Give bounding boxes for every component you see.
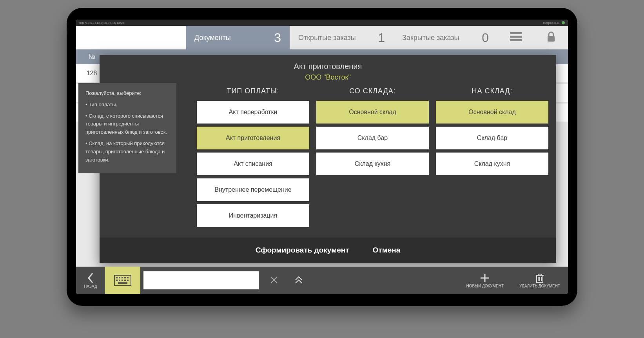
tab-label: Закрытые заказы	[402, 34, 459, 42]
from-warehouse-option[interactable]: Основной склад	[316, 101, 429, 124]
svg-rect-6	[119, 277, 120, 278]
trash-icon	[535, 273, 544, 283]
chevron-left-icon	[87, 273, 94, 283]
help-bullet: • Склад, с которого списываются товары и…	[85, 112, 169, 136]
to-warehouse-option[interactable]: Склад кухня	[436, 153, 548, 175]
svg-rect-0	[510, 32, 522, 34]
search-input[interactable]	[143, 271, 259, 289]
svg-rect-11	[119, 280, 120, 281]
col-title: НА СКЛАД:	[436, 87, 548, 95]
clear-button[interactable]	[262, 267, 286, 294]
svg-rect-13	[124, 280, 126, 281]
close-icon	[270, 276, 278, 284]
new-doc-label: НОВЫЙ ДОКУМЕНТ	[466, 284, 504, 288]
svg-rect-7	[122, 277, 123, 278]
chevrons-up-icon	[294, 275, 303, 285]
help-bullet: • Склад, на который приходуются товары, …	[85, 140, 169, 164]
to-warehouse-option[interactable]: Склад бар	[436, 127, 548, 149]
bottom-toolbar: НАЗАД НОВЫЙ ДОКУМ	[76, 267, 568, 294]
tab-count: 1	[378, 31, 385, 45]
menu-icon[interactable]	[510, 32, 522, 43]
tab-blank	[76, 26, 186, 49]
tab-label: Открытые заказы	[298, 34, 356, 42]
svg-rect-3	[548, 36, 555, 42]
screen: IKB V.3.0.1412.0 30.06.16 14:24 Петров К…	[76, 20, 568, 294]
tabs-row: Документы 3 Открытые заказы 1 Закрытые з…	[76, 26, 568, 49]
modal-company: ООО "Восток"	[100, 73, 556, 82]
payment-type-option[interactable]: Акт приготовления	[197, 127, 309, 149]
svg-rect-15	[118, 282, 127, 284]
svg-rect-2	[510, 39, 522, 41]
help-panel: Пожалуйста, выберите: • Тип оплаты. • Ск…	[78, 83, 176, 173]
modal-create-document: Акт приготовления ООО "Восток" Пожалуйст…	[100, 55, 556, 263]
topbar-user: Петров К.С.	[543, 21, 560, 25]
search-input-wrap	[140, 267, 262, 294]
back-button[interactable]: НАЗАД	[76, 267, 105, 294]
tablet-frame: IKB V.3.0.1412.0 30.06.16 14:24 Петров К…	[67, 8, 577, 306]
back-label: НАЗАД	[84, 284, 97, 289]
col-title: ТИП ОПЛАТЫ:	[197, 87, 309, 95]
payment-type-option[interactable]: Акт списания	[197, 153, 309, 175]
from-warehouse-option[interactable]: Склад бар	[316, 127, 429, 149]
col-payment-type: ТИП ОПЛАТЫ: Акт переработкиАкт приготовл…	[197, 87, 309, 234]
tab-count: 0	[482, 31, 489, 45]
svg-rect-9	[127, 277, 129, 278]
modal-title: Акт приготовления	[100, 55, 556, 73]
tab-count: 3	[274, 31, 281, 45]
lock-icon[interactable]	[547, 31, 555, 44]
status-dot-icon	[562, 21, 565, 24]
svg-rect-10	[116, 280, 118, 281]
delete-document-button[interactable]: УДАЛИТЬ ДОКУМЕНТ	[512, 267, 568, 294]
up-button[interactable]	[286, 267, 311, 294]
topbar-left: IKB V.3.0.1412.0 30.06.16 14:24	[79, 21, 124, 25]
svg-rect-1	[510, 36, 522, 38]
tab-open-orders[interactable]: Открытые заказы 1	[290, 26, 394, 49]
col-from-warehouse: СО СКЛАДА: Основной складСклад барСклад …	[316, 87, 429, 234]
svg-rect-5	[116, 277, 118, 278]
system-topbar: IKB V.3.0.1412.0 30.06.16 14:24 Петров К…	[76, 20, 568, 26]
from-warehouse-option[interactable]: Склад кухня	[316, 153, 429, 175]
help-intro: Пожалуйста, выберите:	[85, 89, 169, 98]
payment-type-option[interactable]: Акт переработки	[197, 101, 309, 124]
keyboard-icon	[114, 275, 131, 286]
tab-closed-orders[interactable]: Закрытые заказы 0	[394, 26, 497, 49]
generate-document-button[interactable]: Сформировать документ	[256, 246, 349, 254]
new-document-button[interactable]: НОВЫЙ ДОКУМЕНТ	[458, 267, 512, 294]
svg-rect-8	[124, 277, 126, 278]
payment-type-option[interactable]: Инвентаризация	[197, 204, 309, 227]
tab-documents[interactable]: Документы 3	[186, 26, 290, 49]
delete-doc-label: УДАЛИТЬ ДОКУМЕНТ	[519, 284, 560, 288]
keyboard-button[interactable]	[105, 267, 140, 294]
modal-footer: Сформировать документ Отмена	[100, 238, 556, 263]
cancel-button[interactable]: Отмена	[373, 246, 401, 254]
col-to-warehouse: НА СКЛАД: Основной складСклад барСклад к…	[436, 87, 548, 234]
to-warehouse-option[interactable]: Основной склад	[436, 101, 548, 124]
col-title: СО СКЛАДА:	[316, 87, 429, 95]
tab-label: Документы	[194, 34, 231, 42]
help-bullet: • Тип оплаты.	[85, 101, 169, 109]
svg-rect-14	[127, 280, 129, 281]
svg-rect-12	[122, 280, 123, 281]
payment-type-option[interactable]: Внутреннее перемещение	[197, 178, 309, 201]
plus-icon	[480, 273, 490, 283]
